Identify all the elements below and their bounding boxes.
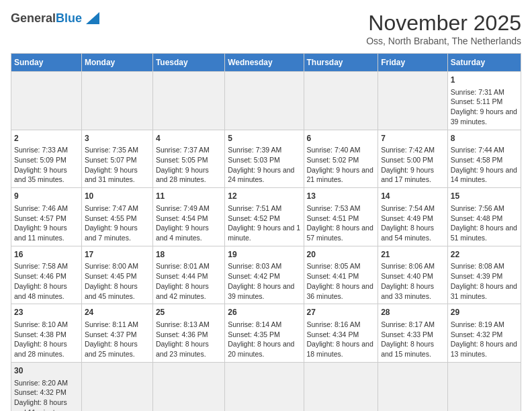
sunset-text: Sunset: 4:39 PM [451,271,518,281]
sunrise-text: Sunrise: 8:13 AM [156,320,222,330]
day-number: 26 [228,307,300,318]
sunset-text: Sunset: 5:00 PM [381,155,445,165]
day-number: 9 [14,191,79,202]
calendar-cell [304,72,378,130]
daylight-text: Daylight: 9 hours and 31 minutes. [85,165,150,185]
calendar-cell [304,362,378,411]
calendar-cell: 24Sunrise: 8:11 AMSunset: 4:37 PMDayligh… [81,304,152,363]
logo-icon [85,11,99,26]
sunset-text: Sunset: 4:44 PM [156,271,222,281]
calendar-cell: 25Sunrise: 8:13 AMSunset: 4:36 PMDayligh… [152,304,224,363]
calendar-cell: 23Sunrise: 8:10 AMSunset: 4:38 PMDayligh… [11,304,82,363]
svg-marker-0 [86,12,99,24]
calendar-cell: 16Sunrise: 7:58 AMSunset: 4:46 PMDayligh… [11,246,82,304]
day-number: 28 [381,307,445,318]
calendar-cell: 19Sunrise: 8:03 AMSunset: 4:42 PMDayligh… [225,246,304,304]
sunset-text: Sunset: 4:35 PM [228,330,300,340]
daylight-text: Daylight: 8 hours and 20 minutes. [228,339,300,359]
location-subtitle: Oss, North Brabant, The Netherlands [366,36,521,46]
calendar-cell: 1Sunrise: 7:31 AMSunset: 5:11 PMDaylight… [447,72,521,130]
calendar-cell: 26Sunrise: 8:14 AMSunset: 4:35 PMDayligh… [225,304,304,363]
logo: GeneralBlue [11,11,99,26]
calendar-cell: 30Sunrise: 8:20 AMSunset: 4:32 PMDayligh… [11,362,82,411]
sunset-text: Sunset: 5:07 PM [85,155,150,165]
day-number: 8 [451,133,518,144]
week-row-4: 23Sunrise: 8:10 AMSunset: 4:38 PMDayligh… [11,304,521,363]
weekday-header-tuesday: Tuesday [152,54,224,72]
calendar-cell: 11Sunrise: 7:49 AMSunset: 4:54 PMDayligh… [152,188,224,246]
daylight-text: Daylight: 8 hours and 15 minutes. [381,339,445,359]
daylight-text: Daylight: 8 hours and 39 minutes. [228,281,300,301]
daylight-text: Daylight: 9 hours and 28 minutes. [156,165,222,185]
sunrise-text: Sunrise: 7:46 AM [14,203,79,214]
sunrise-text: Sunrise: 8:14 AM [228,320,300,330]
sunrise-text: Sunrise: 8:06 AM [381,261,445,271]
calendar-cell: 22Sunrise: 8:08 AMSunset: 4:39 PMDayligh… [447,246,521,304]
sunset-text: Sunset: 5:05 PM [156,155,222,165]
sunrise-text: Sunrise: 7:40 AM [307,145,375,155]
daylight-text: Daylight: 9 hours and 4 minutes. [156,223,222,242]
sunset-text: Sunset: 5:11 PM [451,97,518,107]
day-number: 19 [228,249,300,261]
calendar-cell: 10Sunrise: 7:47 AMSunset: 4:55 PMDayligh… [81,188,152,246]
sunrise-text: Sunrise: 8:00 AM [85,261,150,271]
sunrise-text: Sunrise: 8:01 AM [156,261,222,271]
sunrise-text: Sunrise: 7:49 AM [156,203,222,214]
daylight-text: Daylight: 8 hours and 18 minutes. [307,339,375,359]
sunrise-text: Sunrise: 8:10 AM [14,320,79,330]
sunrise-text: Sunrise: 7:39 AM [228,145,300,155]
day-number: 16 [14,249,79,261]
sunset-text: Sunset: 4:48 PM [451,214,518,224]
daylight-text: Daylight: 8 hours and 28 minutes. [14,339,79,359]
weekday-header-friday: Friday [378,54,448,72]
title-area: November 2025 Oss, North Brabant, The Ne… [366,11,521,46]
calendar-cell: 2Sunrise: 7:33 AMSunset: 5:09 PMDaylight… [11,130,82,188]
day-number: 7 [381,133,445,144]
day-number: 17 [85,249,150,261]
daylight-text: Daylight: 8 hours and 54 minutes. [381,223,445,242]
calendar-cell: 29Sunrise: 8:19 AMSunset: 4:32 PMDayligh… [447,304,521,363]
week-row-1: 2Sunrise: 7:33 AMSunset: 5:09 PMDaylight… [11,130,521,188]
sunset-text: Sunset: 4:34 PM [307,330,375,340]
daylight-text: Daylight: 9 hours and 21 minutes. [307,165,375,185]
calendar-cell [11,72,82,130]
day-number: 10 [85,191,150,202]
sunset-text: Sunset: 4:37 PM [85,330,150,340]
calendar-cell [81,362,152,411]
day-number: 12 [228,191,300,202]
sunrise-text: Sunrise: 7:35 AM [85,145,150,155]
daylight-text: Daylight: 8 hours and 31 minutes. [451,281,518,301]
sunrise-text: Sunrise: 7:56 AM [451,203,518,214]
calendar-cell: 13Sunrise: 7:53 AMSunset: 4:51 PMDayligh… [304,188,378,246]
sunset-text: Sunset: 5:09 PM [14,155,79,165]
sunrise-text: Sunrise: 7:33 AM [14,145,79,155]
calendar-cell [378,72,448,130]
day-number: 27 [307,307,375,318]
daylight-text: Daylight: 8 hours and 48 minutes. [14,281,79,301]
calendar-cell: 7Sunrise: 7:42 AMSunset: 5:00 PMDaylight… [378,130,448,188]
daylight-text: Daylight: 8 hours and 23 minutes. [156,339,222,359]
daylight-text: Daylight: 9 hours and 35 minutes. [14,165,79,185]
calendar-cell: 27Sunrise: 8:16 AMSunset: 4:34 PMDayligh… [304,304,378,363]
calendar-cell: 17Sunrise: 8:00 AMSunset: 4:45 PMDayligh… [81,246,152,304]
daylight-text: Daylight: 9 hours and 17 minutes. [381,165,445,185]
sunset-text: Sunset: 5:03 PM [228,155,300,165]
calendar-cell: 8Sunrise: 7:44 AMSunset: 4:58 PMDaylight… [447,130,521,188]
calendar-cell: 3Sunrise: 7:35 AMSunset: 5:07 PMDaylight… [81,130,152,188]
sunset-text: Sunset: 4:58 PM [451,155,518,165]
daylight-text: Daylight: 9 hours and 24 minutes. [228,165,300,185]
daylight-text: Daylight: 9 hours and 1 minute. [228,223,300,242]
calendar-cell: 14Sunrise: 7:54 AMSunset: 4:49 PMDayligh… [378,188,448,246]
sunrise-text: Sunrise: 8:17 AM [381,320,445,330]
day-number: 1 [451,75,518,86]
sunset-text: Sunset: 4:38 PM [14,330,79,340]
week-row-5: 30Sunrise: 8:20 AMSunset: 4:32 PMDayligh… [11,362,521,411]
logo-text: GeneralBlue [11,11,82,26]
calendar-cell: 28Sunrise: 8:17 AMSunset: 4:33 PMDayligh… [378,304,448,363]
sunrise-text: Sunrise: 7:54 AM [381,203,445,214]
week-row-2: 9Sunrise: 7:46 AMSunset: 4:57 PMDaylight… [11,188,521,246]
weekday-header-saturday: Saturday [447,54,521,72]
sunset-text: Sunset: 4:45 PM [85,271,150,281]
daylight-text: Daylight: 8 hours and 51 minutes. [451,223,518,242]
sunset-text: Sunset: 4:41 PM [307,271,375,281]
